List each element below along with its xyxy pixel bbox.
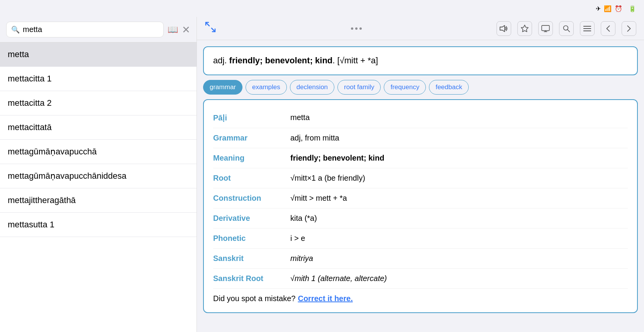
grammar-card: PāḷimettaGrammaradj, from mittaMeaningfr… [203,99,638,313]
grammar-label: Construction [213,194,290,203]
correct-link[interactable]: Correct it here. [298,294,353,303]
dot3 [359,27,362,30]
tabs-container: grammarexamplesdeclensionroot familyfreq… [203,80,638,95]
mistake-row: Did you spot a mistake? Correct it here. [213,289,628,305]
word-list: mettamettacitta 1mettacitta 2mettacittat… [0,42,197,332]
grammar-label: Grammar [213,134,290,142]
close-icon[interactable]: ✕ [182,25,190,35]
grammar-row-grammar: Grammaradj, from mitta [213,128,628,148]
grammar-value: √mitt×1 a (be friendly) [290,174,628,183]
grammar-value: adj, from mitta [290,134,628,142]
grammar-label: Derivative [213,214,290,223]
dot1 [351,27,353,30]
word-item-mettacitta2[interactable]: mettacitta 2 [0,91,197,115]
battery-icon: 🔋 [629,5,636,12]
definition-text: adj. friendly; benevolent; kind. [√mitt … [213,56,378,65]
word-item-mettacittatā[interactable]: mettacittatā [0,115,197,140]
status-bar: ✈ 📶 ⏰ 🔋 [0,0,644,17]
search-icon: 🔍 [11,25,20,34]
search-bar: 🔍 📖 ✕ [0,17,197,42]
grammar-row-derivative: Derivativekita (*a) [213,208,628,229]
top-toolbar [197,17,644,40]
toolbar-left [205,21,216,36]
word-item-mettacitta1[interactable]: mettacitta 1 [0,67,197,91]
grammar-row-pāḷi: Pāḷimetta [213,108,628,128]
three-dots [351,27,362,30]
grammar-label: Sanskrit [213,254,290,263]
menu-button[interactable] [580,21,595,36]
word-item-metta[interactable]: metta [0,42,197,67]
tab-feedback[interactable]: feedback [429,80,469,95]
svg-marker-2 [500,25,505,32]
airplane-icon: ✈ [596,5,601,12]
svg-marker-3 [521,25,528,31]
dot2 [355,27,358,30]
grammar-label: Meaning [213,154,290,163]
tab-frequency[interactable]: frequency [384,80,426,95]
word-item-mettajittheragāthā[interactable]: mettajittheragāthā [0,188,197,213]
grammar-row-meaning: Meaningfriendly; benevolent; kind [213,148,628,168]
grammar-label: Sanskrit Root [213,274,290,283]
tab-root-family[interactable]: root family [337,80,381,95]
next-button[interactable] [622,21,636,36]
definition-box: adj. friendly; benevolent; kind. [√mitt … [203,46,638,75]
screen-button[interactable] [538,21,553,36]
grammar-row-sanskrit: Sanskritmitriya [213,249,628,269]
grammar-label: Phonetic [213,234,290,243]
tab-grammar[interactable]: grammar [203,80,242,95]
tab-declension[interactable]: declension [290,80,334,95]
grammar-row-phonetic: Phonetici > e [213,229,628,249]
grammar-label: Pāḷi [213,113,290,122]
grammar-value: √mith 1 (alternate, altercate) [290,274,628,283]
grammar-value: √mitt > mett + *a [290,194,628,203]
grammar-row-sanskrit-root: Sanskrit Root√mith 1 (alternate, alterca… [213,269,628,289]
grammar-value: kita (*a) [290,214,628,223]
word-item-mettagūmāṇavapucchā[interactable]: mettagūmāṇavapucchā [0,140,197,164]
sidebar: 🔍 📖 ✕ mettamettacitta 1mettacitta 2metta… [0,17,197,332]
svg-line-0 [206,22,209,26]
svg-line-8 [568,29,569,31]
grammar-value: friendly; benevolent; kind [290,154,628,163]
status-icons: ✈ 📶 ⏰ 🔋 [596,5,636,12]
dict-content: adj. friendly; benevolent; kind. [√mitt … [197,40,644,332]
word-item-mettasutta1[interactable]: mettasutta 1 [0,213,197,237]
alarm-icon: ⏰ [615,5,622,12]
toolbar-right [497,21,636,36]
wifi-icon: 📶 [604,5,612,12]
prev-button[interactable] [601,21,615,36]
grammar-value: i > e [290,234,628,243]
audio-button[interactable] [497,21,511,36]
search-wrapper: 🔍 [6,22,164,37]
expand-icon[interactable] [205,21,216,36]
grammar-value: mitriya [290,254,628,263]
tab-examples[interactable]: examples [246,80,287,95]
content-panel: adj. friendly; benevolent; kind. [√mitt … [197,17,644,332]
grammar-row-root: Root√mitt×1 a (be friendly) [213,168,628,188]
svg-rect-4 [542,25,549,30]
search-input[interactable] [23,25,159,34]
book-icon[interactable]: 📖 [168,25,178,35]
svg-line-1 [212,28,215,32]
grammar-value: metta [290,113,628,122]
grammar-label: Root [213,174,290,183]
word-item-mettagūmāṇavapucchāniddesa[interactable]: mettagūmāṇavapucchāniddesa [0,164,197,188]
search-button[interactable] [559,21,574,36]
star-button[interactable] [517,21,532,36]
mistake-text: Did you spot a mistake? [213,294,295,303]
grammar-row-construction: Construction√mitt > mett + *a [213,188,628,208]
